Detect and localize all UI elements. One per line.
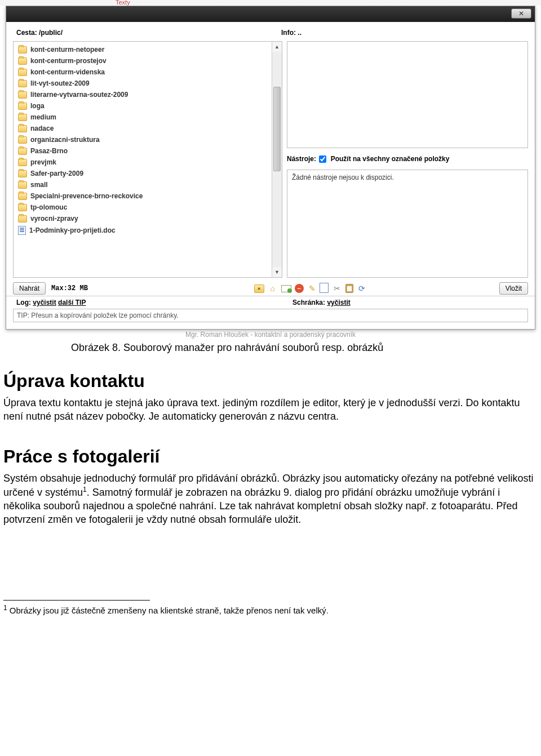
section-2-paragraph: Systém obsahuje jednoduchý formulář pro …: [3, 472, 538, 527]
footnote: 1 Obrázky jsou již částečně zmenšeny na …: [3, 604, 538, 615]
tools-checkbox-label: Použít na všechny označené položky: [331, 155, 450, 163]
file-list-pane: kont-centurm-netopeerkont-centurm-proste…: [13, 41, 282, 278]
home-icon[interactable]: ⌂: [268, 283, 278, 293]
file-item[interactable]: nadace: [17, 123, 268, 134]
folder-icon: [18, 170, 27, 177]
file-item[interactable]: literarne-vytvarna-soutez-2009: [17, 89, 268, 100]
file-item[interactable]: Pasaz-Brno: [17, 145, 268, 157]
upload-button[interactable]: Nahrát: [13, 282, 46, 295]
file-item[interactable]: kont-centurm-prostejov: [17, 55, 268, 66]
insert-button[interactable]: Vložit: [499, 282, 528, 295]
folder-icon: [18, 103, 27, 110]
folder-up-icon[interactable]: [254, 284, 264, 293]
file-item-label: tp-olomouc: [30, 203, 67, 211]
file-list-scrollbar[interactable]: ▲ ▼: [272, 42, 282, 277]
file-item-label: kont-centurm-videnska: [30, 68, 105, 76]
tools-pane: Žádné nástroje nejsou k dispozici.: [287, 170, 528, 278]
folder-icon: [18, 80, 27, 87]
file-item-label: medium: [30, 113, 56, 121]
folder-icon: [18, 159, 27, 166]
dialog-titlebar: ✕: [6, 6, 535, 22]
folder-icon: [18, 69, 27, 76]
folder-icon: [18, 193, 27, 200]
delete-icon[interactable]: −: [295, 284, 304, 293]
folder-icon: [18, 136, 27, 144]
file-item[interactable]: 1-Podminky-pro-prijeti.doc: [17, 224, 268, 237]
info-pane: [287, 41, 528, 148]
paste-icon[interactable]: [345, 284, 353, 293]
folder-icon: [18, 91, 27, 99]
clipboard-clear-link[interactable]: vyčistit: [327, 299, 350, 306]
background-strip: Texty: [0, 0, 541, 6]
section-1-paragraph: Úprava textu kontaktu je stejná jako úpr…: [3, 396, 538, 424]
path-label: Cesta: /public/: [16, 29, 281, 37]
tools-label: Nástroje:: [287, 155, 316, 163]
footnote-number: 1: [3, 604, 7, 612]
file-item[interactable]: small: [17, 179, 268, 190]
file-item[interactable]: Safer-party-2009: [17, 168, 268, 179]
file-item-label: kont-centurm-netopeer: [30, 46, 104, 54]
section-heading-1: Úprava kontaktu: [3, 371, 538, 392]
cut-icon[interactable]: ✂: [332, 283, 342, 293]
file-item[interactable]: prevjmk: [17, 157, 268, 168]
file-item-label: 1-Podminky-pro-prijeti.doc: [29, 226, 116, 234]
document-body: Obrázek 8. Souborový manažer pro nahrává…: [0, 342, 541, 638]
log-label: Log:: [16, 299, 31, 306]
clipboard-label: Schránka:: [292, 299, 325, 306]
folder-icon: [18, 148, 27, 155]
log-clear-link[interactable]: vyčistit: [33, 299, 56, 306]
tip-box: TIP: Přesun a kopírování položek lze pom…: [13, 309, 528, 322]
close-icon: ✕: [518, 10, 524, 17]
file-item-label: lit-vyt-soutez-2009: [30, 79, 90, 87]
file-item[interactable]: organizacni-struktura: [17, 134, 268, 145]
refresh-icon[interactable]: ⟳: [357, 283, 367, 293]
file-item[interactable]: vyrocni-zpravy: [17, 213, 268, 224]
file-item-label: Pasaz-Brno: [30, 147, 68, 155]
file-item[interactable]: kont-centurm-netopeer: [17, 44, 268, 55]
max-size-label: Max:32 MB: [51, 284, 88, 292]
edit-icon[interactable]: ✎: [307, 283, 317, 293]
tools-apply-all-checkbox[interactable]: [319, 155, 326, 163]
bg-tab-label: Texty: [116, 0, 130, 6]
folder-icon: [18, 125, 27, 132]
tools-header: Nástroje: Použít na všechny označené pol…: [287, 153, 528, 165]
file-item-label: vyrocni-zpravy: [30, 215, 78, 223]
file-item-label: prevjmk: [30, 158, 56, 166]
scroll-up-icon[interactable]: ▲: [272, 42, 282, 52]
section-heading-2: Práce s fotogalerií: [3, 446, 538, 467]
scroll-down-icon[interactable]: ▼: [272, 267, 282, 277]
file-item-label: literarne-vytvarna-soutez-2009: [30, 91, 128, 99]
file-manager-dialog: ✕ Cesta: /public/ Info: .. kont-centurm-…: [6, 6, 535, 330]
folder-icon: [18, 46, 27, 54]
file-item-label: Specialni-prevence-brno-reckovice: [30, 192, 143, 200]
file-item-label: Safer-party-2009: [30, 170, 83, 177]
toolbar: Nahrát Max:32 MB ⌂ − ✎ ✂ ⟳ Vložit: [6, 280, 535, 296]
figure-caption: Obrázek 8. Souborový manažer pro nahrává…: [3, 342, 538, 354]
file-item-label: kont-centurm-prostejov: [30, 57, 107, 65]
folder-icon: [18, 57, 27, 65]
file-item-label: loga: [30, 102, 45, 110]
new-folder-icon[interactable]: [281, 285, 291, 292]
tools-empty-text: Žádné nástroje nejsou k dispozici.: [292, 174, 394, 181]
file-item[interactable]: tp-olomouc: [17, 202, 268, 213]
info-label: Info: ..: [281, 29, 525, 37]
document-icon: [18, 226, 26, 235]
folder-icon: [18, 204, 27, 211]
tip-text: TIP: Přesun a kopírování položek lze pom…: [17, 312, 287, 319]
file-item[interactable]: Specialni-prevence-brno-reckovice: [17, 190, 268, 202]
folder-icon: [18, 181, 27, 189]
file-item[interactable]: medium: [17, 112, 268, 123]
file-item[interactable]: kont-centurm-videnska: [17, 66, 268, 78]
footnote-text: Obrázky jsou již částečně zmenšeny na kl…: [7, 606, 329, 615]
folder-icon: [18, 114, 27, 121]
file-item[interactable]: lit-vyt-soutez-2009: [17, 78, 268, 89]
scroll-thumb[interactable]: [273, 87, 281, 171]
file-item-label: nadace: [30, 124, 54, 132]
file-item-label: small: [30, 181, 48, 189]
file-item[interactable]: loga: [17, 100, 268, 112]
footnote-ref: 1: [83, 486, 87, 493]
copy-icon[interactable]: [321, 284, 329, 293]
folder-icon: [18, 215, 27, 223]
log-more-link[interactable]: další TIP: [58, 299, 86, 306]
close-button[interactable]: ✕: [511, 8, 531, 19]
